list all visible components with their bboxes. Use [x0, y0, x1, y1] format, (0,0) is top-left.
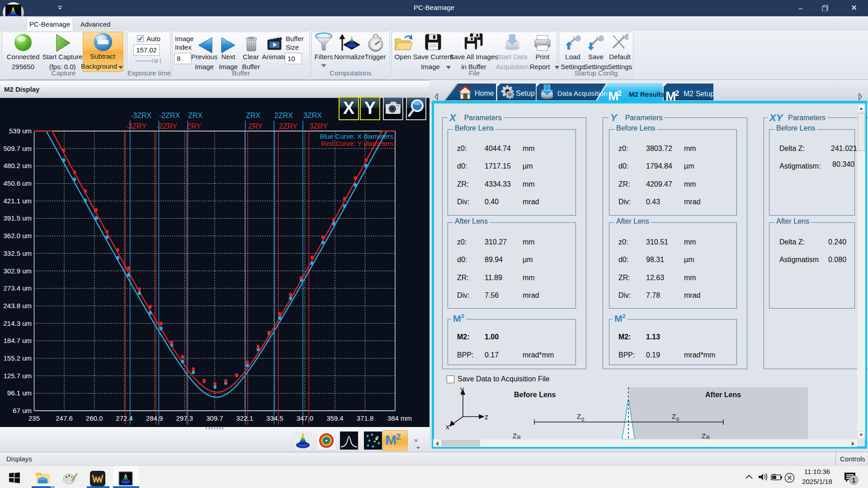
- svg-text:Before Lens: Before Lens: [514, 391, 556, 399]
- svg-text:391.5 um: 391.5 um: [3, 214, 32, 222]
- svg-text:After Lens: After Lens: [705, 391, 741, 399]
- svg-text:371.8: 371.8: [357, 414, 374, 422]
- svg-text:3ZRX: 3ZRX: [303, 112, 322, 119]
- svg-text:0: 0: [581, 417, 584, 422]
- svg-text:y: y: [460, 386, 464, 393]
- svg-text:ZRX: ZRX: [188, 112, 203, 119]
- svg-text:-2ZRX: -2ZRX: [159, 112, 180, 119]
- svg-text:z: z: [485, 413, 488, 421]
- svg-text:421.1 um: 421.1 um: [3, 197, 32, 205]
- svg-text:332.5 um: 332.5 um: [3, 249, 32, 257]
- svg-text:362.0 um: 362.0 um: [3, 232, 32, 239]
- svg-text:Z: Z: [702, 432, 706, 439]
- svg-text:2ZRX: 2ZRX: [274, 112, 293, 119]
- svg-text:359.4: 359.4: [326, 414, 344, 422]
- svg-text:ZRY: ZRY: [248, 122, 263, 130]
- svg-text:-3ZRY: -3ZRY: [126, 122, 146, 130]
- svg-text:x: x: [446, 423, 449, 431]
- svg-text:184.7 um: 184.7 um: [3, 337, 32, 344]
- svg-text:R: R: [706, 435, 710, 439]
- svg-text:Red Curve: Y diameters: Red Curve: Y diameters: [321, 140, 393, 147]
- svg-text:0: 0: [676, 417, 679, 422]
- svg-text:322.1: 322.1: [236, 414, 254, 422]
- svg-text:-2ZRY: -2ZRY: [156, 122, 177, 130]
- svg-text:243.8 um: 243.8 um: [3, 302, 32, 310]
- svg-text:R: R: [517, 435, 521, 439]
- svg-text:260.0: 260.0: [86, 414, 103, 422]
- svg-text:302.9 um: 302.9 um: [3, 267, 32, 275]
- svg-text:509.7 um: 509.7 um: [3, 145, 32, 152]
- svg-text:247.6: 247.6: [56, 414, 73, 422]
- svg-text:3ZRY: 3ZRY: [309, 122, 328, 130]
- svg-text:347.0: 347.0: [297, 414, 314, 422]
- svg-text:Z: Z: [577, 413, 581, 420]
- svg-text:155.2 um: 155.2 um: [3, 354, 32, 362]
- svg-text:273.4 um: 273.4 um: [3, 284, 32, 292]
- svg-text:125.7 um: 125.7 um: [3, 372, 32, 380]
- svg-text:539 um: 539 um: [9, 127, 32, 135]
- svg-text:334.5: 334.5: [266, 414, 283, 422]
- svg-text:-3ZRX: -3ZRX: [131, 112, 152, 119]
- svg-text:235: 235: [28, 414, 40, 422]
- svg-text:297.3: 297.3: [176, 414, 193, 422]
- svg-text:ZRX: ZRX: [246, 112, 260, 119]
- svg-text:Z: Z: [513, 432, 517, 439]
- svg-text:384 mm: 384 mm: [387, 414, 412, 422]
- svg-text:480.2 um: 480.2 um: [3, 162, 32, 169]
- svg-text:Z: Z: [672, 413, 676, 420]
- svg-text:214.3 um: 214.3 um: [3, 319, 32, 327]
- svg-text:284.9: 284.9: [146, 414, 163, 422]
- svg-text:Blue Curve: X diameters: Blue Curve: X diameters: [320, 132, 393, 140]
- svg-text:309.7: 309.7: [206, 414, 223, 422]
- svg-text:67 um: 67 um: [13, 407, 32, 414]
- svg-text:96.1 um: 96.1 um: [7, 389, 32, 397]
- svg-text:450.6 um: 450.6 um: [3, 179, 32, 187]
- svg-text:272.4: 272.4: [116, 414, 133, 422]
- svg-text:ZRY: ZRY: [187, 122, 201, 130]
- svg-text:2ZRY: 2ZRY: [279, 122, 297, 130]
